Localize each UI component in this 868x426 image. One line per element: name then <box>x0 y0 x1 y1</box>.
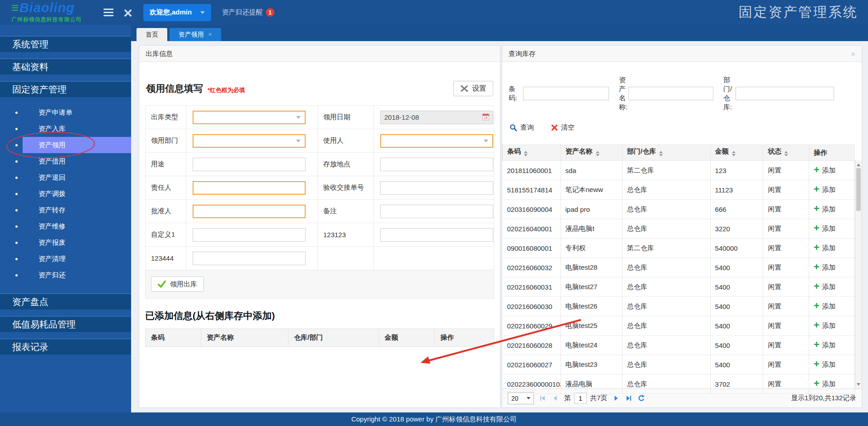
sort-icon <box>596 149 599 158</box>
form-field-label: 责任人 <box>146 176 186 200</box>
table-row-3: 020216040001液晶电脑t总仓库3220闲置+添加 <box>503 219 855 239</box>
add-row-button[interactable]: +添加 <box>814 321 836 330</box>
dept-warehouse-search-input[interactable] <box>736 87 834 100</box>
table-scrollbar[interactable] <box>855 160 862 389</box>
add-row-button[interactable]: +添加 <box>814 205 836 214</box>
cell-name: 电脑test28 <box>561 258 622 277</box>
add-row-button[interactable]: +添加 <box>814 185 836 194</box>
cell-dept: 总仓库 <box>622 277 710 297</box>
cell-barcode: 518155174814 <box>503 180 561 200</box>
sidebar-item-2-8[interactable]: 资产报废 <box>0 234 131 251</box>
cell-name: 电脑test25 <box>561 316 622 336</box>
text-field[interactable] <box>380 181 493 195</box>
add-row-button[interactable]: +添加 <box>814 282 836 291</box>
first-page-icon[interactable] <box>539 394 547 402</box>
collapse-panel-icon[interactable]: » <box>851 46 855 61</box>
cell-barcode: 020216060027 <box>503 355 561 375</box>
text-field[interactable] <box>380 205 493 218</box>
text-field[interactable] <box>193 158 306 171</box>
page-number-input[interactable] <box>574 393 587 404</box>
add-row-button[interactable]: +添加 <box>814 341 836 350</box>
sidebar-item-label: 资产报废 <box>38 239 66 246</box>
refresh-icon[interactable] <box>637 394 645 402</box>
cell-dept: 第二仓库 <box>622 161 710 180</box>
sidebar-section-label-0[interactable]: 系统管理 <box>0 36 131 52</box>
scroll-up-icon[interactable] <box>855 160 862 167</box>
select-field[interactable] <box>193 134 306 148</box>
tab-home[interactable]: 首页 <box>137 28 167 41</box>
tab-close-icon[interactable]: ✕ <box>208 28 212 41</box>
form-field-label: 批准人 <box>146 200 186 223</box>
copyright-text: Copyright © 2018 power by 广州标领信息科技有限公司 <box>351 415 517 424</box>
sidebar-item-2-7[interactable]: 资产维修 <box>0 218 131 234</box>
sidebar-item-2-2[interactable]: 资产领用 <box>0 137 131 153</box>
text-field[interactable] <box>193 252 306 265</box>
sidebar-item-2-4[interactable]: 资产退回 <box>0 169 131 186</box>
next-page-icon[interactable] <box>612 394 620 402</box>
close-icon[interactable]: × <box>123 5 132 20</box>
sidebar-section-label-2[interactable]: 固定资产管理 <box>0 81 131 97</box>
cell-barcode: 020216060029 <box>503 316 561 336</box>
select-field[interactable] <box>380 134 493 148</box>
barcode-search-input[interactable] <box>523 87 609 100</box>
tab-asset-requisition[interactable]: 资产领用 ✕ <box>170 28 221 41</box>
sidebar-section-label-5[interactable]: 报表记录 <box>0 338 131 355</box>
sidebar-item-2-0[interactable]: 资产申请单 <box>0 104 131 121</box>
cell-name: 专利权 <box>561 239 622 258</box>
inventory-column-header[interactable]: 金额 <box>710 145 763 161</box>
sidebar-item-2-1[interactable]: 资产入库 <box>0 121 131 137</box>
add-row-button[interactable]: +添加 <box>814 360 836 369</box>
sidebar-item-2-10[interactable]: 资产归还 <box>0 267 131 283</box>
added-items-title: 已添加信息(从右侧库存中添加) <box>145 309 494 322</box>
clear-button[interactable]: 清空 <box>551 123 575 132</box>
add-label: 添加 <box>822 263 836 272</box>
sidebar-item-2-5[interactable]: 资产调拨 <box>0 186 131 202</box>
inventory-column-header[interactable]: 资产名称 <box>561 145 622 161</box>
sidebar-item-2-6[interactable]: 资产转存 <box>0 202 131 218</box>
user-menu-button[interactable]: 欢迎您,admin <box>143 4 211 21</box>
table-row-5: 020216060032电脑test28总仓库5400闲置+添加 <box>503 258 855 277</box>
text-field[interactable] <box>193 205 306 218</box>
date-field[interactable]: 2018-12-0815 <box>380 111 493 124</box>
sidebar-section-label-4[interactable]: 低值易耗品管理 <box>0 316 131 332</box>
scroll-down-icon[interactable] <box>855 382 862 389</box>
text-field[interactable] <box>193 181 306 195</box>
text-field[interactable] <box>380 158 493 171</box>
cell-amount: 3220 <box>710 219 763 239</box>
inventory-column-header[interactable]: 状态 <box>763 145 809 161</box>
chevron-down-icon <box>296 140 301 145</box>
column-label: 资产名称 <box>566 147 593 155</box>
cell-amount: 666 <box>710 200 763 219</box>
add-row-button[interactable]: +添加 <box>814 243 836 253</box>
add-row-button[interactable]: +添加 <box>814 166 836 175</box>
text-field[interactable] <box>193 228 306 242</box>
select-field[interactable] <box>193 111 306 124</box>
page-size-select[interactable]: 20 <box>508 392 534 404</box>
last-page-icon[interactable] <box>625 394 632 402</box>
form-field-label: 自定义1 <box>146 223 186 247</box>
asset-return-reminder[interactable]: 资产归还提醒 1 <box>222 8 274 17</box>
text-field[interactable] <box>380 228 493 242</box>
cell-status: 闲置 <box>763 316 809 336</box>
add-row-button[interactable]: +添加 <box>814 224 836 233</box>
add-row-button[interactable]: +添加 <box>814 379 836 389</box>
sidebar-item-2-9[interactable]: 资产清理 <box>0 251 131 267</box>
inventory-column-header[interactable]: 条码 <box>503 145 561 161</box>
sidebar-item-2-3[interactable]: 资产借用 <box>0 153 131 169</box>
form-field-cell <box>374 223 494 247</box>
inventory-column-header[interactable]: 部门/仓库 <box>622 145 710 161</box>
asset-name-search-input[interactable] <box>628 87 713 100</box>
barcode-search-label: 条码: <box>509 84 523 103</box>
add-row-button[interactable]: +添加 <box>814 263 836 272</box>
search-button[interactable]: 查询 <box>509 123 534 132</box>
requisition-outbound-button[interactable]: 领用出库 <box>151 276 204 292</box>
settings-button[interactable]: 设置 <box>453 81 493 96</box>
sidebar-section-label-1[interactable]: 基础资料 <box>0 58 131 75</box>
sidebar-section-label-3[interactable]: 资产盘点 <box>0 293 131 309</box>
add-row-button[interactable]: +添加 <box>814 302 836 311</box>
sidebar-item-label: 资产清理 <box>38 255 66 262</box>
scrollbar-thumb[interactable] <box>856 168 861 211</box>
form-field-cell <box>186 129 318 153</box>
hamburger-menu-icon[interactable] <box>104 9 113 16</box>
prev-page-icon[interactable] <box>552 394 559 402</box>
